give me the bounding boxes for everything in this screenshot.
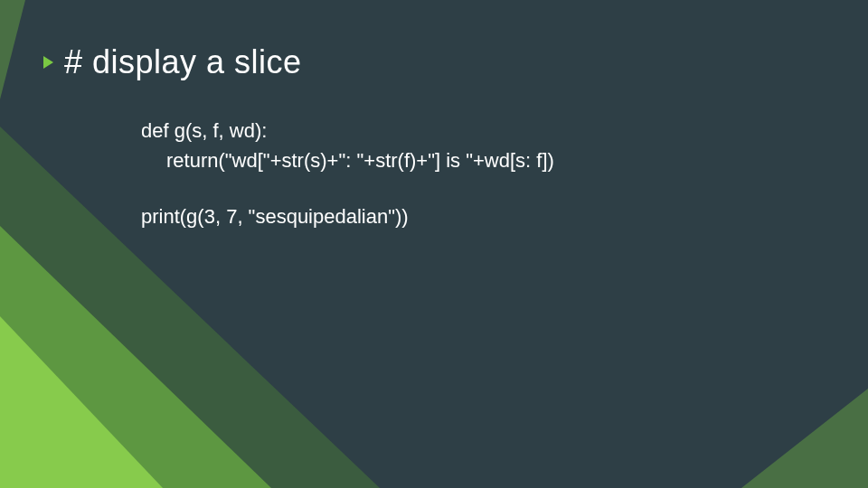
svg-marker-2 [0,226,271,488]
code-line-def: def g(s, f, wd): [141,119,814,142]
chevron-right-icon [43,56,53,69]
slide-title: # display a slice [64,43,302,81]
svg-marker-3 [0,316,163,488]
code-block: def g(s, f, wd): return("wd["+str(s)+": … [141,119,814,228]
slide: # display a slice def g(s, f, wd): retur… [0,0,868,488]
code-line-print: print(g(3, 7, "sesquipedalian")) [141,205,814,228]
code-blank-line [141,180,814,205]
title-row: # display a slice [43,43,814,81]
content-area: # display a slice def g(s, f, wd): retur… [43,43,814,235]
svg-marker-4 [741,389,868,488]
svg-marker-0 [0,0,25,99]
code-line-return: return("wd["+str(s)+": "+str(f)+"] is "+… [141,149,814,172]
